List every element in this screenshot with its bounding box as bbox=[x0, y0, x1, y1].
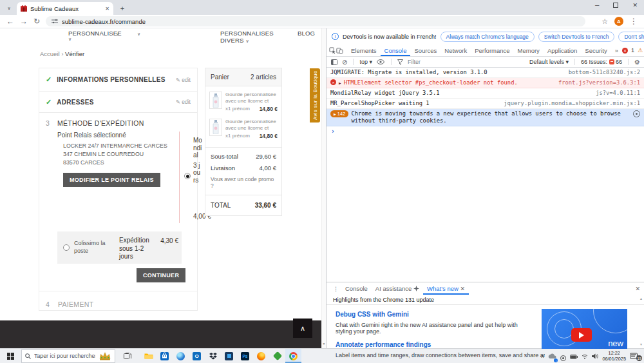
carrier-option-mondial[interactable]: Mondial 3 jours bbox=[193, 137, 202, 184]
console-settings-icon[interactable]: ⚙ bbox=[634, 59, 640, 66]
taskbar-icon-microsoft-store[interactable] bbox=[156, 349, 173, 363]
context-selector[interactable]: top ▾ bbox=[359, 59, 372, 65]
message-source-link[interactable]: bottom-511c83240.js:2 bbox=[562, 69, 640, 76]
reviews-ribbon[interactable]: Avis sur la Boutique bbox=[310, 68, 320, 123]
nav-item-personnalisee[interactable]: PERSONNALISEE ∨ bbox=[68, 30, 120, 42]
tab-console[interactable]: Console bbox=[381, 44, 411, 56]
console-warning-message-selected[interactable]: ▶142 Chrome is moving towards a new expe… bbox=[327, 109, 644, 126]
device-toolbar-icon[interactable] bbox=[336, 44, 343, 56]
start-button[interactable] bbox=[3, 349, 17, 363]
taskbar-search[interactable] bbox=[21, 349, 115, 363]
continue-button[interactable]: CONTINUER bbox=[137, 268, 185, 282]
eye-icon[interactable] bbox=[376, 59, 385, 64]
console-filter-input[interactable] bbox=[408, 59, 526, 65]
message-source-link[interactable]: js?v=4.0.11:1 bbox=[589, 90, 640, 97]
forward-button[interactable]: → bbox=[20, 17, 28, 25]
close-whats-new-icon[interactable]: ✕ bbox=[460, 286, 465, 292]
window-close-button[interactable]: ✕ bbox=[632, 2, 638, 8]
error-count[interactable]: 1 bbox=[631, 47, 634, 54]
back-button[interactable]: ← bbox=[6, 17, 14, 25]
taskbar-icon-blue-app[interactable] bbox=[221, 349, 237, 363]
third-party-cookie-icon[interactable] bbox=[633, 110, 640, 117]
tab-network[interactable]: Network bbox=[440, 44, 471, 56]
reload-button[interactable]: ↻ bbox=[33, 17, 40, 25]
tab-search-button[interactable]: ∨ bbox=[4, 4, 14, 13]
inspect-element-icon[interactable] bbox=[329, 44, 336, 56]
carrier-option-colissimo[interactable]: Colissimo la poste Expédition sous 1-2 j… bbox=[57, 231, 182, 264]
drawer-menu-icon[interactable]: ⋮ bbox=[330, 282, 341, 295]
expand-triangle-icon[interactable]: ▶ bbox=[339, 81, 341, 86]
colissimo-radio[interactable] bbox=[63, 244, 70, 251]
drawer-tab-console[interactable]: Console bbox=[341, 282, 372, 295]
tab-close-icon[interactable]: ✕ bbox=[105, 6, 109, 12]
window-maximize-button[interactable] bbox=[613, 3, 618, 8]
browser-tab[interactable]: Sublime Cadeaux ✕ bbox=[17, 2, 113, 15]
drawer-close-icon[interactable]: ✕ bbox=[635, 286, 640, 292]
message-source-link[interactable]: jquery.plugin.mondia…shoppicker.min.js:1 bbox=[497, 100, 640, 107]
promo-code-link[interactable]: Vous avez un code promo ? bbox=[211, 176, 276, 189]
taskbar-icon-file-explorer[interactable] bbox=[140, 349, 156, 363]
dont-show-again-button[interactable]: Don't show again bbox=[618, 32, 644, 42]
browser-menu-icon[interactable]: ⋮ bbox=[630, 17, 638, 25]
taskbar-icon-photoshop[interactable]: Ps bbox=[237, 349, 253, 363]
edit-personal-info-link[interactable]: ✎ edit bbox=[176, 77, 191, 83]
error-count-icon[interactable]: ✕ bbox=[622, 48, 628, 54]
console-message[interactable]: MR_ParcelShopPicker waiting 1 jquery.plu… bbox=[327, 99, 644, 109]
taskbar-icon-chrome[interactable] bbox=[285, 349, 301, 363]
tab-security[interactable]: Security bbox=[581, 44, 611, 56]
console-sidebar-icon[interactable] bbox=[330, 59, 338, 65]
console-message[interactable]: MondialRelay widget jQuery 3.5.1 js?v=4.… bbox=[327, 88, 644, 99]
taskbar-icon-firefox[interactable] bbox=[253, 349, 269, 363]
tab-sources[interactable]: Sources bbox=[410, 44, 440, 56]
play-button-icon[interactable] bbox=[571, 328, 592, 342]
nav-chevron-1[interactable]: ∨ bbox=[116, 32, 119, 37]
clear-console-icon[interactable]: ⊘ bbox=[342, 59, 347, 66]
tab-elements[interactable]: Elements bbox=[347, 44, 381, 56]
modify-point-relais-button[interactable]: MODIFIER LE POINT RELAIS bbox=[63, 173, 160, 187]
address-bar[interactable]: sublime-cadeaux.fr/commande bbox=[46, 16, 585, 26]
drawer-tab-ai-assistance[interactable]: AI assistance bbox=[372, 282, 423, 295]
nav-item-blog[interactable]: BLOG bbox=[298, 30, 315, 37]
taskbar-icon-green-app[interactable] bbox=[269, 349, 285, 363]
taskbar-icon-dropbox[interactable] bbox=[205, 349, 221, 363]
console-prompt[interactable]: › bbox=[327, 126, 644, 136]
browser-tab-bar: ∨ Sublime Cadeaux ✕ + ─ ✕ bbox=[0, 0, 644, 15]
issues-counter[interactable]: 66 Issues: 66 bbox=[581, 59, 622, 65]
breadcrumb-home[interactable]: Accueil bbox=[40, 50, 60, 57]
drawer-scroll-down-icon[interactable]: ▼ bbox=[639, 342, 643, 346]
task-view-button[interactable] bbox=[119, 349, 135, 363]
window-minimize-button[interactable]: ─ bbox=[595, 2, 599, 8]
onedrive-icon[interactable]: i bbox=[548, 350, 556, 362]
more-tabs-icon[interactable]: » bbox=[611, 44, 622, 56]
search-input[interactable] bbox=[34, 353, 95, 359]
taskbar-icon-outlook[interactable]: O bbox=[189, 349, 205, 363]
drawer-scroll-up-icon[interactable]: ▲ bbox=[639, 297, 643, 300]
console-toolbar: ⊘ top ▾ Default levels ▾ 66 Issues: 66 ⚙ bbox=[327, 57, 644, 68]
tab-performance[interactable]: Performance bbox=[471, 44, 513, 56]
tab-memory[interactable]: Memory bbox=[514, 44, 544, 56]
bookmark-star-icon[interactable]: ☆ bbox=[601, 18, 608, 25]
drawer-tab-whats-new[interactable]: What's new ✕ bbox=[423, 282, 469, 295]
console-error-message[interactable]: ✕ ▶ HTMLElement selector #ps_checkout-lo… bbox=[327, 78, 644, 88]
action-center-button[interactable]: 19 bbox=[630, 351, 641, 360]
match-language-button[interactable]: Always match Chrome's language bbox=[440, 32, 535, 42]
nav-item-personnalises-divers[interactable]: PERSONNALISES DIVERS ∨ bbox=[220, 30, 273, 44]
console-message[interactable]: JQMIGRATE: Migrate is installed, version… bbox=[327, 68, 644, 78]
log-levels-selector[interactable]: Default levels ▾ bbox=[529, 59, 569, 65]
page-scrollbar[interactable]: ▼ bbox=[321, 28, 326, 348]
warning-count-icon[interactable]: ⚠ bbox=[638, 47, 643, 54]
tab-application[interactable]: Application bbox=[544, 44, 581, 56]
switch-to-french-button[interactable]: Switch DevTools to French bbox=[538, 32, 615, 42]
edit-addresses-link[interactable]: ✎ edit bbox=[176, 99, 191, 105]
scroll-to-top-button[interactable]: ∧ bbox=[293, 319, 312, 338]
scrollbar-down-arrow[interactable]: ▼ bbox=[322, 342, 326, 346]
warning-count-badge[interactable]: ▶142 bbox=[330, 110, 348, 117]
nav-chevron-2[interactable]: ∨ bbox=[137, 32, 140, 37]
profile-avatar[interactable]: A bbox=[614, 17, 623, 26]
message-source-link[interactable]: front.js?version=3.6.3:1 bbox=[552, 79, 640, 86]
video-new-label: new bbox=[608, 338, 623, 348]
mondial-radio[interactable] bbox=[184, 173, 191, 179]
taskbar-icon-edge[interactable] bbox=[173, 349, 189, 363]
whats-new-video-thumbnail[interactable]: new bbox=[542, 309, 627, 349]
new-tab-button[interactable]: + bbox=[117, 3, 128, 14]
